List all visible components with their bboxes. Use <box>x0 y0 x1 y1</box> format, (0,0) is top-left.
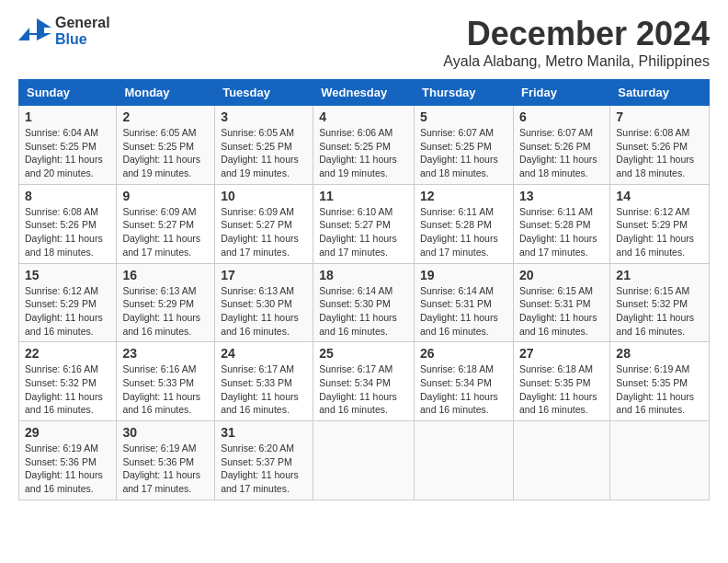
day-26: 26 Sunrise: 6:18 AMSunset: 5:34 PMDaylig… <box>415 342 514 421</box>
header-saturday: Saturday <box>610 80 710 106</box>
title-section: December 2024 Ayala Alabang, Metro Manil… <box>443 15 710 70</box>
day-18: 18 Sunrise: 6:14 AMSunset: 5:30 PMDaylig… <box>313 263 415 342</box>
logo: General Blue <box>18 15 110 48</box>
day-8: 8 Sunrise: 6:08 AMSunset: 5:26 PMDayligh… <box>19 184 117 263</box>
day-4: 4 Sunrise: 6:06 AMSunset: 5:25 PMDayligh… <box>313 106 415 185</box>
header-sunday: Sunday <box>19 80 117 106</box>
header-thursday: Thursday <box>415 80 514 106</box>
day-9: 9 Sunrise: 6:09 AMSunset: 5:27 PMDayligh… <box>117 184 215 263</box>
day-29: 29 Sunrise: 6:19 AMSunset: 5:36 PMDaylig… <box>19 421 117 500</box>
header-friday: Friday <box>513 80 609 106</box>
logo-bird-icon <box>18 15 51 48</box>
page-header: General Blue December 2024 Ayala Alabang… <box>18 15 710 70</box>
svg-marker-0 <box>18 18 51 40</box>
day-21: 21 Sunrise: 6:15 AMSunset: 5:32 PMDaylig… <box>610 263 710 342</box>
logo-general-text: General <box>55 15 110 31</box>
empty-cell-4 <box>610 421 710 500</box>
day-17: 17 Sunrise: 6:13 AMSunset: 5:30 PMDaylig… <box>215 263 313 342</box>
day-22: 22 Sunrise: 6:16 AMSunset: 5:32 PMDaylig… <box>19 342 117 421</box>
day-28: 28 Sunrise: 6:19 AMSunset: 5:35 PMDaylig… <box>610 342 710 421</box>
header-tuesday: Tuesday <box>215 80 313 106</box>
day-2: 2 Sunrise: 6:05 AMSunset: 5:25 PMDayligh… <box>117 106 215 185</box>
day-20: 20 Sunrise: 6:15 AMSunset: 5:31 PMDaylig… <box>513 263 609 342</box>
calendar-week-4: 22 Sunrise: 6:16 AMSunset: 5:32 PMDaylig… <box>19 342 710 421</box>
day-6: 6 Sunrise: 6:07 AMSunset: 5:26 PMDayligh… <box>513 106 609 185</box>
day-16: 16 Sunrise: 6:13 AMSunset: 5:29 PMDaylig… <box>117 263 215 342</box>
day-3: 3 Sunrise: 6:05 AMSunset: 5:25 PMDayligh… <box>215 106 313 185</box>
day-23: 23 Sunrise: 6:16 AMSunset: 5:33 PMDaylig… <box>117 342 215 421</box>
day-30: 30 Sunrise: 6:19 AMSunset: 5:36 PMDaylig… <box>117 421 215 500</box>
day-15: 15 Sunrise: 6:12 AMSunset: 5:29 PMDaylig… <box>19 263 117 342</box>
day-13: 13 Sunrise: 6:11 AMSunset: 5:28 PMDaylig… <box>513 184 609 263</box>
calendar-table: Sunday Monday Tuesday Wednesday Thursday… <box>18 79 710 500</box>
empty-cell-3 <box>513 421 609 500</box>
empty-cell-2 <box>415 421 514 500</box>
day-11: 11 Sunrise: 6:10 AMSunset: 5:27 PMDaylig… <box>313 184 415 263</box>
empty-cell-1 <box>313 421 415 500</box>
calendar-week-2: 8 Sunrise: 6:08 AMSunset: 5:26 PMDayligh… <box>19 184 710 263</box>
calendar-week-5: 29 Sunrise: 6:19 AMSunset: 5:36 PMDaylig… <box>19 421 710 500</box>
header-wednesday: Wednesday <box>313 80 415 106</box>
calendar-week-1: 1 Sunrise: 6:04 AMSunset: 5:25 PMDayligh… <box>19 106 710 185</box>
day-7: 7 Sunrise: 6:08 AMSunset: 5:26 PMDayligh… <box>610 106 710 185</box>
day-10: 10 Sunrise: 6:09 AMSunset: 5:27 PMDaylig… <box>215 184 313 263</box>
month-title: December 2024 <box>443 15 710 53</box>
day-1: 1 Sunrise: 6:04 AMSunset: 5:25 PMDayligh… <box>19 106 117 185</box>
calendar-week-3: 15 Sunrise: 6:12 AMSunset: 5:29 PMDaylig… <box>19 263 710 342</box>
day-14: 14 Sunrise: 6:12 AMSunset: 5:29 PMDaylig… <box>610 184 710 263</box>
day-5: 5 Sunrise: 6:07 AMSunset: 5:25 PMDayligh… <box>415 106 514 185</box>
day-24: 24 Sunrise: 6:17 AMSunset: 5:33 PMDaylig… <box>215 342 313 421</box>
day-19: 19 Sunrise: 6:14 AMSunset: 5:31 PMDaylig… <box>415 263 514 342</box>
calendar-header-row: Sunday Monday Tuesday Wednesday Thursday… <box>19 80 710 106</box>
day-27: 27 Sunrise: 6:18 AMSunset: 5:35 PMDaylig… <box>513 342 609 421</box>
day-12: 12 Sunrise: 6:11 AMSunset: 5:28 PMDaylig… <box>415 184 514 263</box>
logo-blue-text: Blue <box>55 31 110 48</box>
day-25: 25 Sunrise: 6:17 AMSunset: 5:34 PMDaylig… <box>313 342 415 421</box>
location-title: Ayala Alabang, Metro Manila, Philippines <box>443 53 710 70</box>
header-monday: Monday <box>117 80 215 106</box>
day-31: 31 Sunrise: 6:20 AMSunset: 5:37 PMDaylig… <box>215 421 313 500</box>
